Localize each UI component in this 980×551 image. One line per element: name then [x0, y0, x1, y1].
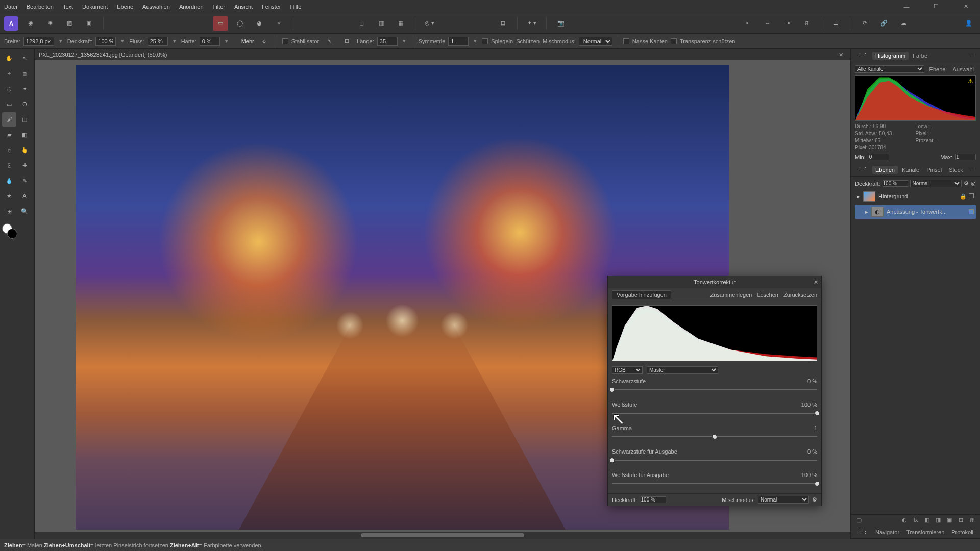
panel-menu-icon[interactable]: ≡: [977, 528, 980, 536]
grip-icon[interactable]: ⋮⋮: [854, 528, 871, 536]
crop-layer-icon[interactable]: ◧: [923, 517, 931, 523]
menu-datei[interactable]: Datei: [4, 4, 17, 10]
black-level-slider[interactable]: [612, 387, 817, 392]
layer-settings-icon[interactable]: ⚙: [964, 180, 969, 187]
grid-split-icon[interactable]: ▥: [374, 16, 388, 31]
more-button[interactable]: Mehr: [241, 38, 254, 44]
add-preset-button[interactable]: Vorgabe hinzufügen: [612, 290, 671, 299]
shape-tool-icon[interactable]: ★: [2, 189, 16, 203]
output-black-slider[interactable]: [612, 458, 817, 463]
layer-row-adjustment[interactable]: ▸ ◐ Anpassung - Tonwertk...: [855, 205, 976, 219]
menu-filter[interactable]: Filter: [213, 4, 225, 10]
chevron-down-icon[interactable]: ▾: [57, 38, 64, 44]
width-input[interactable]: [23, 37, 54, 46]
rope-icon[interactable]: ∿: [322, 34, 336, 48]
layer-blend-select[interactable]: Normal: [910, 180, 962, 187]
opacity-input[interactable]: [95, 37, 116, 46]
hand-tool-icon[interactable]: ✋: [2, 51, 16, 65]
panel-menu-icon[interactable]: ≡: [968, 166, 977, 174]
smudge-tool-icon[interactable]: 👆: [17, 143, 32, 157]
selection-brush-icon[interactable]: ◌: [2, 82, 16, 96]
menu-text[interactable]: Text: [63, 4, 73, 10]
chevron-down-icon[interactable]: ▾: [472, 38, 479, 44]
freehand-select-icon[interactable]: ʘ: [17, 97, 32, 111]
persona-tone-icon[interactable]: ▨: [62, 16, 77, 31]
stabilizer-checkbox[interactable]: [282, 38, 288, 44]
panel-menu-icon[interactable]: ≡: [968, 52, 977, 60]
tab-history[interactable]: Protokoll: [948, 528, 976, 536]
layer-row-background[interactable]: ▸ Hintergrund 🔒: [855, 189, 976, 204]
tab-brushes[interactable]: Pinsel: [923, 166, 945, 174]
reset-button[interactable]: Zurücksetzen: [783, 292, 817, 298]
align-dist-icon[interactable]: ⇵: [799, 16, 814, 31]
align-center-icon[interactable]: ↔: [761, 16, 775, 31]
persona-liquify-icon[interactable]: ◉: [23, 16, 38, 31]
document-tab[interactable]: PXL_20230127_135623241.jpg [Geändert] (5…: [35, 49, 850, 60]
move-tool-icon[interactable]: ↖: [17, 51, 32, 65]
color-picker-tool-icon[interactable]: ⌖: [2, 66, 16, 81]
pen-tool-icon[interactable]: ✎: [17, 173, 32, 188]
align-right-icon[interactable]: ⇥: [780, 16, 794, 31]
mask-icon[interactable]: ▢: [855, 517, 863, 523]
close-tab-icon[interactable]: ✕: [836, 52, 846, 58]
gamma-slider[interactable]: [612, 434, 817, 439]
menu-fenster[interactable]: Fenster: [262, 4, 281, 10]
grid-none-icon[interactable]: □: [355, 16, 369, 31]
merge-button[interactable]: Zusammenlegen: [710, 292, 752, 298]
group-icon[interactable]: ▣: [945, 517, 953, 523]
delete-layer-icon[interactable]: 🗑: [968, 517, 976, 523]
flood-select-icon[interactable]: ✦: [17, 82, 32, 96]
visibility-checkbox[interactable]: [969, 209, 974, 214]
brush-settings-icon[interactable]: ꩜: [257, 34, 272, 48]
dlg-opacity-input[interactable]: [641, 496, 666, 503]
window-maximize-icon[interactable]: ☐: [926, 2, 946, 12]
grip-icon[interactable]: ⋮⋮: [854, 165, 871, 174]
visibility-checkbox[interactable]: [969, 193, 974, 198]
dlg-settings-icon[interactable]: ⚙: [812, 496, 817, 503]
white-level-slider[interactable]: [612, 411, 817, 416]
mirror-checkbox[interactable]: [482, 38, 488, 44]
menu-dokument[interactable]: Dokument: [82, 4, 108, 10]
chevron-down-icon[interactable]: ▾: [401, 38, 408, 44]
refine-icon[interactable]: ✧: [272, 16, 286, 31]
account-icon[interactable]: 👤: [962, 16, 976, 31]
grid-mirror-icon[interactable]: ▦: [394, 16, 408, 31]
output-white-slider[interactable]: [612, 481, 817, 486]
blend-select[interactable]: Normal: [579, 37, 612, 46]
color-wheel-icon[interactable]: ◕: [252, 16, 266, 31]
wet-edges-checkbox[interactable]: [623, 38, 629, 44]
mask-layer-icon[interactable]: ◨: [934, 517, 942, 523]
length-input[interactable]: [377, 37, 398, 46]
tab-stock[interactable]: Stock: [946, 166, 966, 174]
quick-mask-icon[interactable]: ◯: [233, 16, 247, 31]
target-icon[interactable]: ◎ ▾: [423, 16, 437, 31]
blur-tool-icon[interactable]: 💧: [2, 173, 16, 188]
clone-tool-icon[interactable]: ⎘: [2, 158, 16, 172]
dialog-titlebar[interactable]: Tonwertkorrektur ✕: [608, 276, 821, 288]
link-icon[interactable]: 🔗: [877, 16, 891, 31]
align-left-icon[interactable]: ⇤: [741, 16, 755, 31]
selection-rect-icon[interactable]: ▭: [213, 16, 228, 31]
zoom-tool-icon[interactable]: 🔍: [17, 204, 32, 218]
window-icon[interactable]: ⊡: [339, 34, 354, 48]
symmetry-input[interactable]: [448, 37, 469, 46]
fx-icon[interactable]: fx: [912, 517, 920, 523]
dialog-close-icon[interactable]: ✕: [814, 279, 818, 286]
fill-tool-icon[interactable]: ▰: [2, 128, 16, 142]
window-minimize-icon[interactable]: —: [896, 2, 917, 12]
window-close-icon[interactable]: ✕: [955, 2, 976, 12]
tab-color[interactable]: Farbe: [910, 52, 930, 60]
chevron-down-icon[interactable]: ▾: [171, 38, 178, 44]
crop-tool-icon[interactable]: ⧈: [17, 66, 32, 81]
assist-icon[interactable]: ✦ ▾: [525, 16, 539, 31]
hist-layer-button[interactable]: Ebene: [927, 66, 948, 72]
menu-hilfe[interactable]: Hilfe: [290, 4, 301, 10]
flow-input[interactable]: [148, 37, 168, 46]
heal-tool-icon[interactable]: ✚: [17, 158, 32, 172]
eraser-tool-icon[interactable]: ◫: [17, 112, 32, 127]
dlg-blend-select[interactable]: Normal: [758, 496, 809, 504]
layer-opacity-input[interactable]: [883, 180, 908, 187]
gradient-tool-icon[interactable]: ◧: [17, 128, 32, 142]
delete-button[interactable]: Löschen: [757, 292, 778, 298]
max-input[interactable]: [955, 154, 976, 160]
